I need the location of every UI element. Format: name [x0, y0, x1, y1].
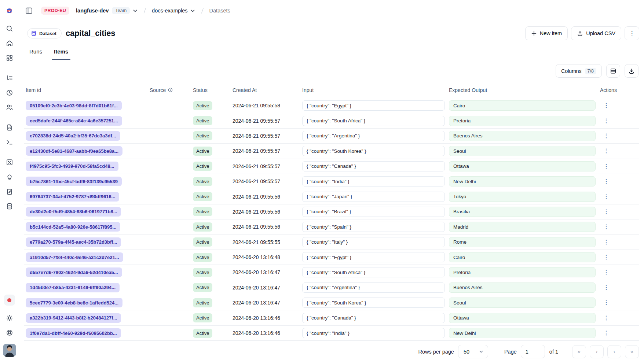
- tab-items[interactable]: Items: [52, 43, 70, 60]
- expected-output-value[interactable]: Seoul: [449, 298, 596, 308]
- sidebar-item-users[interactable]: [2, 100, 17, 115]
- table-row[interactable]: c702838d-24d5-40a2-bf35-67dc3a3df... Act…: [24, 129, 639, 144]
- breadcrumb-section[interactable]: Datasets: [209, 8, 230, 14]
- row-actions-button[interactable]: ⋮: [600, 162, 612, 171]
- row-actions-button[interactable]: ⋮: [600, 147, 612, 155]
- row-actions-button[interactable]: ⋮: [600, 207, 612, 216]
- table-row[interactable]: a1910d57-7f84-440c-9e46-a31c2d7e21... Ac…: [24, 250, 639, 265]
- sidebar-item-evaluation[interactable]: [2, 155, 17, 170]
- last-page-button[interactable]: »: [625, 345, 639, 358]
- row-actions-button[interactable]: ⋮: [600, 314, 612, 322]
- item-id-badge[interactable]: d557e7d6-7802-4624-9da6-52d410ea5...: [26, 267, 122, 277]
- rows-per-page-select[interactable]: 50: [458, 345, 488, 358]
- table-row[interactable]: e779a270-579a-4f45-aec4-35b72d3bff... Ac…: [24, 235, 639, 250]
- expected-output-value[interactable]: Ottawa: [449, 313, 596, 323]
- table-row[interactable]: b5c144cd-52a5-4a80-926e-58617f895... Act…: [24, 219, 639, 234]
- columns-button[interactable]: Columns 7/8: [556, 64, 602, 78]
- input-value[interactable]: { "country": "Egypt" }: [302, 252, 445, 262]
- export-button[interactable]: [625, 64, 638, 78]
- dataset-actions-menu-button[interactable]: ⋮: [625, 26, 639, 40]
- input-value[interactable]: { "country": "Brazil" }: [302, 207, 445, 217]
- next-page-button[interactable]: ›: [607, 345, 621, 358]
- expected-output-value[interactable]: Pretoria: [449, 267, 596, 277]
- input-value[interactable]: { "country": "Spain" }: [302, 222, 445, 232]
- sidebar-item-tracing[interactable]: [2, 71, 17, 85]
- sidebar-item-dashboards[interactable]: [2, 51, 17, 65]
- recording-indicator[interactable]: [4, 295, 15, 306]
- row-actions-button[interactable]: ⋮: [600, 298, 612, 307]
- sidebar-item-sessions[interactable]: [2, 85, 17, 100]
- row-actions-button[interactable]: ⋮: [600, 132, 612, 140]
- row-actions-button[interactable]: ⋮: [600, 253, 612, 262]
- input-value[interactable]: { "country": "South Korea" }: [302, 146, 445, 156]
- expected-output-value[interactable]: Madrid: [449, 222, 596, 232]
- table-row[interactable]: 05109ef0-2e3b-4e03-98dd-8f7d01b61f... Ac…: [24, 98, 639, 113]
- expected-output-value[interactable]: Pretoria: [449, 116, 596, 126]
- sidebar-item-settings[interactable]: [2, 311, 17, 325]
- upload-csv-button[interactable]: Upload CSV: [571, 26, 621, 40]
- row-height-button[interactable]: [606, 64, 620, 78]
- input-value[interactable]: { "country": "Argentina" }: [302, 131, 445, 141]
- expected-output-value[interactable]: Brasília: [449, 207, 596, 217]
- sidebar-item-support[interactable]: [2, 325, 17, 340]
- item-id-badge[interactable]: f4975c95-5fc3-4939-970d-58fa5cd48...: [26, 162, 118, 171]
- item-id-badge[interactable]: b5c144cd-52a5-4a80-926e-58617f895...: [26, 222, 120, 232]
- item-id-badge[interactable]: a322b319-9412-4f43-b8f2-b20484127f...: [26, 313, 121, 323]
- table-row[interactable]: eed5dafe-244f-465c-a84c-4a6e357251... Ac…: [24, 113, 639, 128]
- input-value[interactable]: { "country": "Egypt" }: [302, 100, 445, 111]
- item-id-badge[interactable]: e12430df-5e81-4687-aabb-f0ea65be8a...: [26, 146, 122, 156]
- item-id-badge[interactable]: 69764737-34af-4752-9787-d90df9616...: [26, 192, 119, 202]
- input-value[interactable]: { "country": "Canada" }: [302, 313, 445, 323]
- row-actions-button[interactable]: ⋮: [600, 101, 612, 110]
- breadcrumb-org[interactable]: langfuse-dev: [76, 8, 109, 14]
- table-row[interactable]: d557e7d6-7802-4624-9da6-52d410ea5... Act…: [24, 265, 639, 280]
- input-value[interactable]: { "country": "Argentina" }: [302, 282, 445, 293]
- item-id-badge[interactable]: 1f0e7da1-dbff-4e60-929d-f6095602bb...: [26, 328, 121, 338]
- new-item-button[interactable]: New item: [525, 26, 568, 40]
- expected-output-value[interactable]: Rome: [449, 237, 596, 247]
- sidebar-item-insights[interactable]: [2, 170, 17, 184]
- expected-output-value[interactable]: Ottawa: [449, 161, 596, 171]
- row-actions-button[interactable]: ⋮: [600, 268, 612, 277]
- table-row[interactable]: de30d2e0-f5d9-4854-88b6-0619771b8... Act…: [24, 204, 639, 219]
- input-value[interactable]: { "country": "Japan" }: [302, 192, 445, 202]
- expected-output-value[interactable]: Cairo: [449, 252, 596, 262]
- item-id-badge[interactable]: eed5dafe-244f-465c-a84c-4a6e357251...: [26, 116, 122, 126]
- input-value[interactable]: { "country": "Canada" }: [302, 161, 445, 171]
- tab-runs[interactable]: Runs: [27, 43, 44, 60]
- item-id-badge[interactable]: 5cee7779-3e00-4eb8-be8c-1affedd524...: [26, 298, 122, 307]
- previous-page-button[interactable]: ‹: [590, 345, 604, 358]
- expected-output-value[interactable]: Cairo: [449, 100, 596, 111]
- sidebar-item-annotation[interactable]: [2, 184, 17, 199]
- table-row[interactable]: e12430df-5e81-4687-aabb-f0ea65be8a... Ac…: [24, 144, 639, 159]
- table-row[interactable]: 1f0e7da1-dbff-4e60-929d-f6095602bb... Ac…: [24, 326, 639, 341]
- input-value[interactable]: { "country": "South Africa" }: [302, 116, 445, 126]
- row-actions-button[interactable]: ⋮: [600, 117, 612, 125]
- input-value[interactable]: { "country": "South Korea" }: [302, 298, 445, 308]
- expected-output-value[interactable]: New Delhi: [449, 328, 596, 338]
- sidebar-item-datasets[interactable]: [2, 199, 17, 214]
- row-actions-button[interactable]: ⋮: [600, 329, 612, 337]
- table-row[interactable]: 69764737-34af-4752-9787-d90df9616... Act…: [24, 189, 639, 204]
- sidebar-item-search[interactable]: [2, 21, 17, 36]
- input-value[interactable]: { "country": "India" }: [302, 176, 445, 186]
- page-number-input[interactable]: [521, 345, 545, 358]
- input-value[interactable]: { "country": "Italy" }: [302, 237, 445, 247]
- org-switcher-button[interactable]: [132, 8, 138, 14]
- item-id-badge[interactable]: c702838d-24d5-40a2-bf35-67dc3a3df...: [26, 131, 120, 141]
- item-id-badge[interactable]: 05109ef0-2e3b-4e03-98dd-8f7d01b61f...: [26, 101, 122, 110]
- table-row[interactable]: a322b319-9412-4f43-b8f2-b20484127f... Ac…: [24, 310, 639, 325]
- expected-output-value[interactable]: Tokyo: [449, 192, 596, 202]
- sidebar-item-prompts[interactable]: [2, 120, 17, 135]
- expected-output-value[interactable]: Buenos Aires: [449, 282, 596, 293]
- expected-output-value[interactable]: New Delhi: [449, 176, 596, 186]
- project-switcher-button[interactable]: [190, 8, 195, 14]
- item-id-badge[interactable]: de30d2e0-f5d9-4854-88b6-0619771b8...: [26, 207, 121, 217]
- item-id-badge[interactable]: b75c7861-1fbe-45cf-bdf6-83f139c95539: [26, 177, 122, 186]
- item-id-badge[interactable]: 1d45b0e7-b85a-4231-9149-6ff90a294...: [26, 283, 120, 292]
- table-row[interactable]: 5cee7779-3e00-4eb8-be8c-1affedd524... Ac…: [24, 295, 639, 310]
- user-avatar[interactable]: [3, 344, 16, 357]
- sidebar-toggle-button[interactable]: [25, 7, 33, 15]
- first-page-button[interactable]: «: [572, 345, 586, 358]
- table-row[interactable]: 1d45b0e7-b85a-4231-9149-6ff90a294... Act…: [24, 280, 639, 295]
